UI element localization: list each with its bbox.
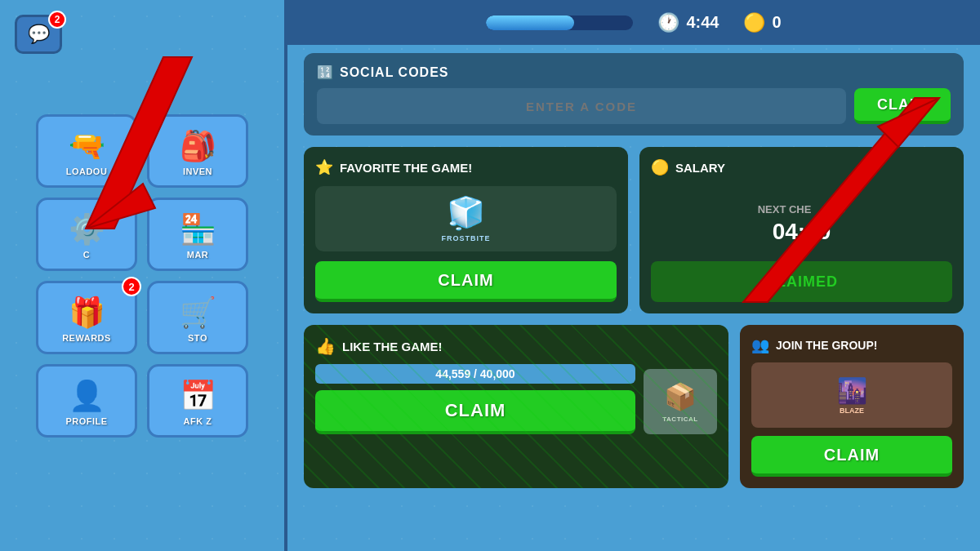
- market-label: MAR: [187, 250, 209, 260]
- join-group-title: JOIN THE GROUP!: [776, 339, 877, 352]
- market-icon: 🏪: [180, 212, 216, 247]
- like-game-claim-button[interactable]: CLAIM: [315, 390, 635, 434]
- join-group-card: 👥 JOIN THE GROUP! 🌆 BLAZE CLAIM: [740, 325, 964, 488]
- tactical-reward-image: 📦 TACTICAL: [644, 369, 717, 434]
- join-group-header: 👥 JOIN THE GROUP!: [751, 336, 952, 354]
- coin-icon: 🟡: [743, 12, 765, 33]
- sidebar-item-loadout[interactable]: 🔫 LOADOU: [36, 114, 137, 188]
- rewards-icon: 🎁: [69, 295, 105, 330]
- nav-grid: 🔫 LOADOU 🎒 INVEN ⚙️ C 🏪 MAR 🎁 2 REWARDS …: [36, 114, 248, 438]
- main-content: 🔢 SOCIAL CODES CLAIM ⭐ FAVORITE THE GAME…: [304, 53, 964, 535]
- profile-icon: 👤: [69, 379, 105, 413]
- bottom-row: 👍 LIKE THE GAME! 44,559 / 40,000 CLAIM 📦…: [304, 325, 964, 488]
- sidebar-item-afk[interactable]: 📅 AFK Z: [147, 364, 248, 438]
- sidebar-item-profile[interactable]: 👤 PROFILE: [36, 364, 137, 438]
- blaze-label: BLAZE: [840, 407, 864, 415]
- left-panel: 💬 2 🔫 LOADOU 🎒 INVEN ⚙️ C 🏪 MAR 🎁 2 REWA…: [0, 0, 284, 551]
- salary-card: 🟡 SALARY NEXT CHE NED 04:30 CLAIMED: [639, 147, 964, 313]
- coin-display: 🟡 0: [743, 12, 781, 33]
- salary-header: 🟡 SALARY: [651, 158, 952, 176]
- frostbite-label: FROSTBITE: [442, 234, 491, 242]
- social-codes-section: 🔢 SOCIAL CODES CLAIM: [304, 53, 964, 136]
- inventory-icon: 🎒: [180, 129, 216, 163]
- social-codes-claim-button[interactable]: CLAIM: [854, 88, 951, 124]
- favorite-game-card: ⭐ FAVORITE THE GAME! 🧊 FROSTBITE CLAIM: [304, 147, 628, 313]
- social-codes-icon: 🔢: [317, 64, 333, 80]
- chat-badge: 2: [48, 11, 66, 29]
- cards-row: ⭐ FAVORITE THE GAME! 🧊 FROSTBITE CLAIM 🟡…: [304, 147, 964, 313]
- blaze-reward-image: 🌆 BLAZE: [751, 362, 952, 428]
- coin-value: 0: [772, 13, 781, 32]
- store-icon: 🛒: [180, 295, 216, 330]
- favorite-game-header: ⭐ FAVORITE THE GAME!: [315, 158, 617, 176]
- right-panel: 🕐 4:44 🟡 0 🔢 SOCIAL CODES CLAIM: [287, 0, 980, 551]
- crafting-icon: ⚙️: [69, 212, 105, 247]
- like-game-title: LIKE THE GAME!: [342, 340, 443, 353]
- like-icon: 👍: [315, 336, 336, 356]
- profile-label: PROFILE: [65, 416, 107, 426]
- frostbite-reward-image: 🧊 FROSTBITE: [315, 186, 617, 251]
- like-game-card: 👍 LIKE THE GAME! 44,559 / 40,000 CLAIM 📦…: [304, 325, 728, 488]
- afk-label: AFK Z: [184, 416, 212, 426]
- sidebar-item-market[interactable]: 🏪 MAR: [147, 198, 248, 271]
- favorite-game-claim-button[interactable]: CLAIM: [315, 261, 617, 302]
- social-codes-header: 🔢 SOCIAL CODES: [317, 64, 951, 80]
- blaze-icon: 🌆: [837, 376, 867, 405]
- chat-icon: 💬: [28, 24, 50, 45]
- like-game-left: 44,559 / 40,000 CLAIM: [315, 364, 635, 434]
- social-codes-title: SOCIAL CODES: [340, 65, 449, 80]
- rewards-label: REWARDS: [62, 333, 111, 343]
- frostbite-icon: 🧊: [447, 195, 485, 231]
- top-bar: 🕐 4:44 🟡 0: [287, 0, 980, 45]
- salary-next-check-label: NEXT CHE NED: [651, 203, 952, 216]
- xp-progress-fill: [486, 16, 574, 30]
- sidebar-item-crafting[interactable]: ⚙️ C: [36, 198, 137, 271]
- afk-icon: 📅: [180, 379, 216, 413]
- code-input[interactable]: [317, 88, 846, 124]
- store-label: STO: [188, 333, 207, 343]
- timer-display: 🕐 4:44: [657, 12, 719, 33]
- group-icon: 👥: [751, 336, 769, 354]
- salary-countdown: 04:30: [651, 219, 952, 245]
- join-group-claim-button[interactable]: CLAIM: [751, 436, 952, 477]
- like-game-content: 44,559 / 40,000 CLAIM 📦 TACTICAL: [315, 364, 717, 434]
- chat-button[interactable]: 💬 2: [15, 15, 62, 54]
- like-game-header: 👍 LIKE THE GAME!: [315, 336, 717, 356]
- code-input-row: CLAIM: [317, 88, 951, 124]
- crafting-label: C: [83, 250, 90, 260]
- star-icon: ⭐: [315, 158, 333, 176]
- sidebar-item-store[interactable]: 🛒 STO: [147, 281, 248, 354]
- loadout-icon: 🔫: [69, 129, 105, 163]
- salary-coin-icon: 🟡: [651, 158, 669, 176]
- tactical-icon: 📦: [664, 381, 697, 412]
- tactical-label: TACTICAL: [662, 415, 697, 423]
- salary-claimed-button[interactable]: CLAIMED: [651, 261, 952, 302]
- sidebar-item-rewards[interactable]: 🎁 2 REWARDS: [36, 281, 137, 354]
- timer-icon: 🕐: [657, 12, 679, 33]
- salary-title: SALARY: [675, 161, 725, 175]
- loadout-label: LOADOU: [66, 167, 108, 176]
- rewards-badge: 2: [122, 277, 141, 296]
- timer-value: 4:44: [686, 13, 719, 32]
- inventory-label: INVEN: [183, 167, 212, 176]
- sidebar-item-inventory[interactable]: 🎒 INVEN: [147, 114, 248, 188]
- favorite-game-title: FAVORITE THE GAME!: [340, 161, 472, 175]
- xp-progress-bar: [486, 16, 633, 30]
- salary-info: NEXT CHE NED 04:30: [651, 186, 952, 261]
- like-progress-label: 44,559 / 40,000: [315, 364, 635, 384]
